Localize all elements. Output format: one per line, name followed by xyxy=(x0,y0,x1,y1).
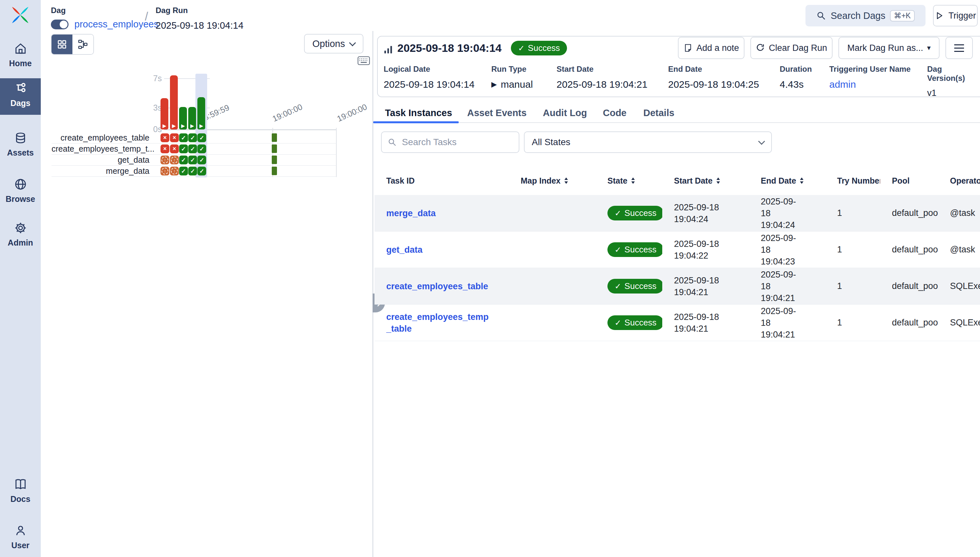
run-duration-bar[interactable]: ▶ xyxy=(188,107,196,129)
trigger-button[interactable]: Trigger xyxy=(933,5,978,26)
end-date-cell: 2025-09-18 19:04:24 xyxy=(749,195,825,231)
active-tab-indicator xyxy=(373,121,459,123)
column-header-start-date: Start Date xyxy=(662,176,749,186)
grid-task-label[interactable]: get_data xyxy=(52,154,149,165)
run-status-badge: ✓Success xyxy=(511,41,567,55)
task-state-label: Success xyxy=(625,281,656,291)
sort-icon[interactable] xyxy=(564,177,569,184)
task-state-success-icon[interactable]: ✓ xyxy=(179,145,188,153)
task-id-link[interactable]: merge_data xyxy=(375,207,509,219)
task-state-success-icon[interactable]: ✓ xyxy=(188,145,197,153)
sort-icon[interactable] xyxy=(716,177,721,184)
run-duration-bar[interactable]: ▶ xyxy=(179,107,187,129)
upstream-failed-glyph: ↑ xyxy=(161,168,168,174)
column-header-map-index: Map Index xyxy=(509,176,596,186)
state-cell: ✓Success xyxy=(596,279,662,293)
grid-task-label[interactable]: create_employees_temp_t... xyxy=(52,143,149,154)
search-dags-label: Search Dags xyxy=(831,10,885,21)
check-icon: ✓ xyxy=(518,44,525,53)
task-state-failed-icon[interactable]: × xyxy=(170,134,179,142)
sort-icon[interactable] xyxy=(799,177,804,184)
pool-cell: default_pool xyxy=(880,318,938,328)
trigger-label: Trigger xyxy=(948,11,976,21)
clear-dag-run-button[interactable]: Clear Dag Run xyxy=(750,37,833,59)
end-date-cell: 2025-09-18 19:04:23 xyxy=(749,232,825,267)
task-state-failed-icon[interactable]: × xyxy=(170,145,179,153)
chevron-down-icon xyxy=(758,138,765,145)
grid-task-label[interactable]: merge_data xyxy=(52,165,149,176)
task-state-failed-icon[interactable]: × xyxy=(160,134,169,142)
task-state-success-icon[interactable]: ✓ xyxy=(197,156,206,164)
column-header-end-date: End Date xyxy=(749,176,825,186)
grid-task-label[interactable]: create_employees_table xyxy=(52,132,149,143)
task-state-label: Success xyxy=(625,244,656,255)
task-id-link[interactable]: create_employees_table xyxy=(375,280,509,292)
gantt-task-bar[interactable] xyxy=(272,134,277,142)
field-logical-date: Logical Date 2025-09-18 19:04:14 xyxy=(384,65,475,90)
refresh-icon xyxy=(756,43,765,52)
gantt-task-bar[interactable] xyxy=(272,145,277,153)
column-header-state: State xyxy=(596,176,662,186)
try-number-cell: 1 xyxy=(825,208,880,218)
dag-run-grid: ▶▶▶▶▶create_employees_table××✓✓✓create_e… xyxy=(0,0,373,557)
run-menu-button[interactable] xyxy=(946,37,973,59)
task-id-link[interactable]: create_employees_temp_table xyxy=(375,311,509,335)
search-dags-button[interactable]: Search Dags ⌘+K xyxy=(806,5,926,26)
gantt-task-bar[interactable] xyxy=(272,156,277,164)
table-row: create_employees_table✓Success2025-09-18… xyxy=(375,268,980,305)
column-header-try-number: Try Number xyxy=(825,176,880,186)
task-state-upstream-failed-icon[interactable]: ↑ xyxy=(160,167,169,176)
sort-icon[interactable] xyxy=(631,177,636,184)
task-state-success-icon[interactable]: ✓ xyxy=(188,167,197,176)
task-id-link[interactable]: get_data xyxy=(375,244,509,256)
check-icon: ✓ xyxy=(615,209,621,218)
state-filter-value: All States xyxy=(532,137,570,147)
start-date-cell: 2025-09-18 19:04:24 xyxy=(662,202,749,225)
task-state-upstream-failed-icon[interactable]: ↑ xyxy=(160,156,169,164)
task-state-upstream-failed-icon[interactable]: ↑ xyxy=(170,156,179,164)
task-state-success-icon[interactable]: ✓ xyxy=(179,167,188,176)
run-duration-bar[interactable]: ▶ xyxy=(197,97,205,129)
table-row: create_employees_temp_table✓Success2025-… xyxy=(375,305,980,341)
check-icon: ✓ xyxy=(615,318,621,327)
tab-code[interactable]: Code xyxy=(603,107,627,118)
task-state-success-icon[interactable]: ✓ xyxy=(179,134,188,142)
mark-dag-run-as-button[interactable]: Mark Dag Run as... ▾ xyxy=(838,37,939,59)
tab-asset-events[interactable]: Asset Events xyxy=(467,107,527,118)
state-filter-select[interactable]: All States xyxy=(524,132,772,153)
tab-audit-log[interactable]: Audit Log xyxy=(543,107,587,118)
state-cell: ✓Success xyxy=(596,315,662,330)
task-instances-table: Task IDMap IndexStateStart DateEnd DateT… xyxy=(375,166,980,341)
triggering-user-link[interactable]: admin xyxy=(829,79,910,90)
task-state-success-icon[interactable]: ✓ xyxy=(197,134,206,142)
add-note-button[interactable]: Add a note xyxy=(678,37,744,59)
play-icon: ▶ xyxy=(179,123,187,129)
start-date-cell: 2025-09-18 19:04:21 xyxy=(662,311,749,335)
play-icon: ▶ xyxy=(188,123,196,129)
gantt-task-bar[interactable] xyxy=(272,167,277,175)
tab-task-instances[interactable]: Task Instances xyxy=(385,107,452,118)
task-state-failed-icon[interactable]: × xyxy=(160,145,169,153)
task-state-success-icon[interactable]: ✓ xyxy=(188,134,197,142)
field-triggering-user: Triggering User Name admin xyxy=(829,65,910,90)
table-body: merge_data✓Success2025-09-18 19:04:24202… xyxy=(375,195,980,341)
task-state-success-icon[interactable]: ✓ xyxy=(179,156,188,164)
task-state-upstream-failed-icon[interactable]: ↑ xyxy=(170,167,179,176)
search-icon xyxy=(388,138,397,147)
run-duration-bar[interactable]: ▶ xyxy=(170,75,178,129)
pool-cell: default_pool xyxy=(880,281,938,291)
tab-details[interactable]: Details xyxy=(643,107,674,118)
play-icon: ▶ xyxy=(170,123,178,129)
task-state-success-icon[interactable]: ✓ xyxy=(197,145,206,153)
run-duration-bar[interactable]: ▶ xyxy=(160,98,168,129)
task-state-success-icon[interactable]: ✓ xyxy=(197,167,206,176)
task-state-success-icon[interactable]: ✓ xyxy=(188,156,197,164)
play-icon: ▶ xyxy=(197,123,205,129)
column-label: Try Number xyxy=(837,176,880,186)
try-number-cell: 1 xyxy=(825,281,880,291)
field-start-date: Start Date 2025-09-18 19:04:21 xyxy=(556,65,647,90)
task-search-input[interactable] xyxy=(401,137,507,148)
search-kbd-badge: ⌘+K xyxy=(890,10,915,21)
operator-cell: @task xyxy=(938,208,980,218)
table-row: get_data✓Success2025-09-18 19:04:222025-… xyxy=(375,231,980,268)
